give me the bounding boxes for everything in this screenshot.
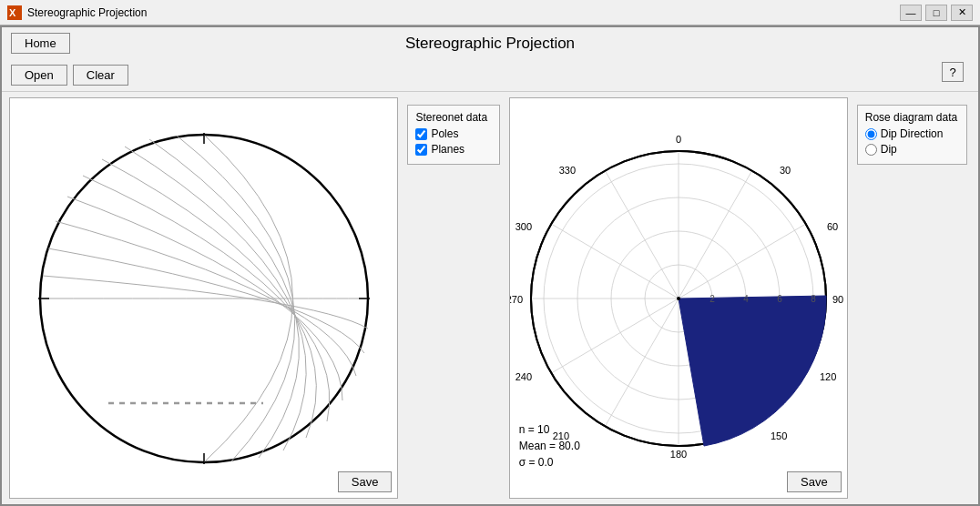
stereonet-data-title: Stereonet data <box>415 111 491 124</box>
stereonet-save-area: Save <box>338 471 393 492</box>
svg-text:30: 30 <box>780 165 791 176</box>
maximize-button[interactable]: □ <box>925 5 947 21</box>
poles-checkbox[interactable] <box>415 128 427 140</box>
rose-data-title: Rose diagram data <box>865 111 959 124</box>
svg-text:300: 300 <box>515 221 531 232</box>
svg-text:6: 6 <box>777 294 782 304</box>
rose-save-area: Save <box>787 471 842 492</box>
stereonet-save-button[interactable]: Save <box>338 471 393 492</box>
window-title: Stereographic Projection <box>27 6 147 19</box>
svg-text:90: 90 <box>832 294 843 305</box>
secondary-toolbar: Open Clear <box>2 59 978 92</box>
svg-text:180: 180 <box>670 449 687 460</box>
window-controls: — □ ✕ <box>900 5 973 21</box>
dip-radio-row[interactable]: Dip <box>865 143 959 156</box>
dip-direction-radio-row[interactable]: Dip Direction <box>865 127 959 140</box>
poles-label: Poles <box>431 127 458 140</box>
stereonet-svg <box>26 121 382 476</box>
main-window: Home Stereographic Projection ? Open Cle… <box>0 25 980 506</box>
dip-direction-label: Dip Direction <box>881 127 944 140</box>
svg-text:270: 270 <box>510 294 523 305</box>
dip-direction-radio[interactable] <box>865 128 877 140</box>
svg-text:60: 60 <box>827 221 838 232</box>
rose-svg: 0 30 60 90 120 150 180 210 240 270 300 3… <box>510 130 847 467</box>
rose-panel: 0 30 60 90 120 150 180 210 240 270 300 3… <box>509 97 848 499</box>
home-button[interactable]: Home <box>11 33 70 54</box>
rose-stats: n = 10 Mean = 80.0 σ = 0.0 <box>519 421 580 471</box>
content-area: Save Stereonet data Poles Planes <box>2 92 978 504</box>
middle-controls: Stereonet data Poles Planes <box>403 97 503 499</box>
planes-checkbox[interactable] <box>415 144 427 156</box>
planes-checkbox-row[interactable]: Planes <box>415 143 491 156</box>
stereonet-canvas <box>10 98 397 498</box>
minimize-button[interactable]: — <box>900 5 922 21</box>
title-bar: X Stereographic Projection — □ ✕ <box>0 0 980 25</box>
stat-sigma: σ = 0.0 <box>519 454 580 471</box>
svg-text:120: 120 <box>820 371 836 382</box>
svg-text:X: X <box>9 7 16 18</box>
clear-button[interactable]: Clear <box>73 65 128 86</box>
svg-point-38 <box>677 297 680 300</box>
right-controls: Rose diagram data Dip Direction Dip <box>853 97 971 499</box>
svg-text:4: 4 <box>743 294 749 304</box>
help-button[interactable]: ? <box>942 62 964 82</box>
dip-label: Dip <box>881 143 897 156</box>
open-button[interactable]: Open <box>11 65 67 86</box>
rose-data-box: Rose diagram data Dip Direction Dip <box>857 105 967 165</box>
svg-text:2: 2 <box>709 294 715 304</box>
planes-label: Planes <box>431 143 464 156</box>
svg-text:330: 330 <box>558 165 575 176</box>
stat-mean: Mean = 80.0 <box>519 438 580 454</box>
svg-text:150: 150 <box>771 430 787 441</box>
app-icon: X <box>7 5 22 20</box>
rose-save-button[interactable]: Save <box>787 471 842 492</box>
svg-text:240: 240 <box>515 371 531 382</box>
stat-n: n = 10 <box>519 421 580 438</box>
svg-text:0: 0 <box>676 134 681 145</box>
dip-radio[interactable] <box>865 144 877 156</box>
stereonet-data-box: Stereonet data Poles Planes <box>407 105 499 165</box>
stereonet-panel: Save <box>9 97 398 499</box>
svg-text:8: 8 <box>811 294 816 304</box>
poles-checkbox-row[interactable]: Poles <box>415 127 491 140</box>
close-button[interactable]: ✕ <box>951 5 973 21</box>
